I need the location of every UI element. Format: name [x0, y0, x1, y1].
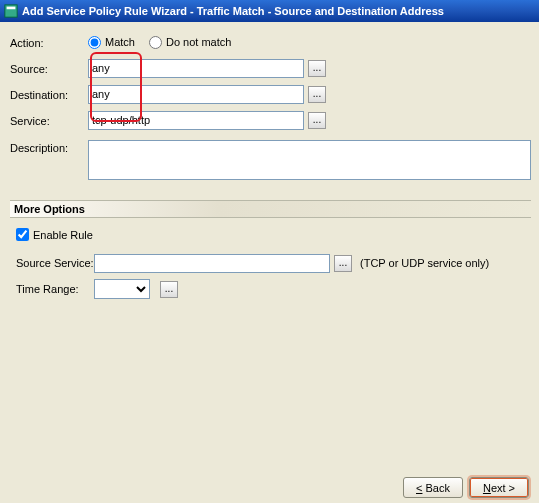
action-radio-group: Match Do not match — [88, 36, 231, 49]
description-row: Description: — [10, 140, 531, 180]
time-range-select[interactable] — [94, 279, 150, 299]
source-service-label: Source Service: — [16, 257, 94, 269]
next-button[interactable]: Next > — [469, 477, 529, 498]
service-input[interactable] — [88, 111, 304, 130]
more-options-header: More Options — [10, 200, 531, 218]
service-browse-button[interactable]: ... — [308, 112, 326, 129]
notmatch-radio[interactable] — [149, 36, 162, 49]
source-label: Source: — [10, 61, 88, 75]
enable-rule-label: Enable Rule — [33, 229, 93, 241]
action-row: Action: Match Do not match — [10, 32, 531, 52]
source-service-input[interactable] — [94, 254, 330, 273]
time-range-row: Time Range: ... — [16, 279, 525, 299]
time-range-browse-button[interactable]: ... — [160, 281, 178, 298]
destination-label: Destination: — [10, 87, 88, 101]
title-bar: Add Service Policy Rule Wizard - Traffic… — [0, 0, 539, 22]
match-radio[interactable] — [88, 36, 101, 49]
service-row: Service: ... — [10, 110, 531, 130]
more-options-area: Enable Rule Source Service: ... (TCP or … — [10, 218, 531, 299]
wizard-button-bar: < Back Next > — [403, 477, 529, 498]
app-icon — [4, 4, 18, 18]
source-input[interactable] — [88, 59, 304, 78]
match-radio-text: Match — [105, 36, 135, 48]
action-label: Action: — [10, 35, 88, 49]
description-textarea[interactable] — [88, 140, 531, 180]
svg-rect-1 — [7, 7, 16, 10]
source-browse-button[interactable]: ... — [308, 60, 326, 77]
match-radio-label[interactable]: Match — [88, 36, 135, 49]
source-service-row: Source Service: ... (TCP or UDP service … — [16, 253, 525, 273]
enable-rule-row: Enable Rule — [16, 228, 525, 241]
destination-input[interactable] — [88, 85, 304, 104]
notmatch-radio-label[interactable]: Do not match — [149, 36, 231, 49]
window-title: Add Service Policy Rule Wizard - Traffic… — [22, 5, 444, 17]
destination-browse-button[interactable]: ... — [308, 86, 326, 103]
source-row: Source: ... — [10, 58, 531, 78]
back-button[interactable]: < Back — [403, 477, 463, 498]
service-label: Service: — [10, 113, 88, 127]
source-service-hint: (TCP or UDP service only) — [360, 257, 489, 269]
enable-rule-checkbox[interactable] — [16, 228, 29, 241]
description-label: Description: — [10, 140, 88, 154]
notmatch-radio-text: Do not match — [166, 36, 231, 48]
source-service-browse-button[interactable]: ... — [334, 255, 352, 272]
back-button-label: < Back — [416, 482, 450, 494]
destination-row: Destination: ... — [10, 84, 531, 104]
time-range-label: Time Range: — [16, 283, 94, 295]
next-button-label: Next > — [483, 482, 515, 494]
